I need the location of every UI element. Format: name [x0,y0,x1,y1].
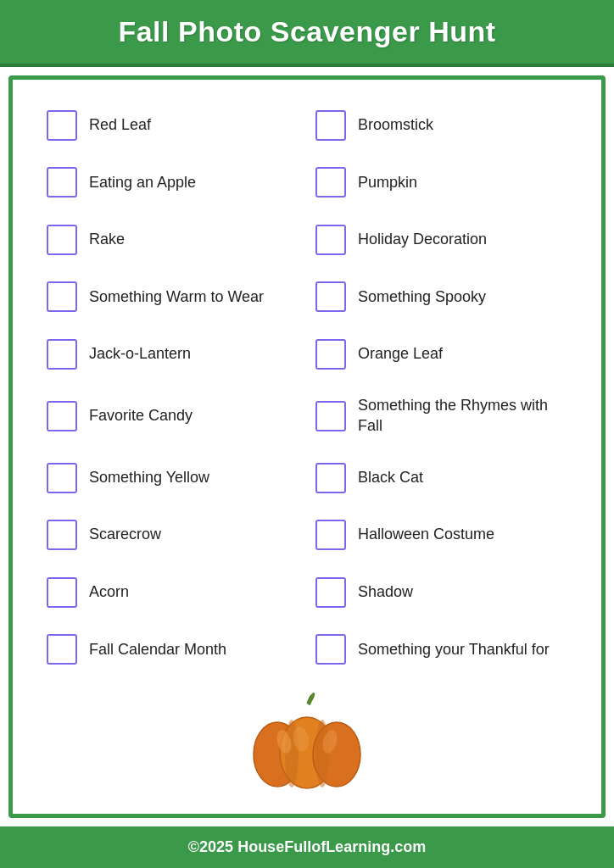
item-label: Favorite Candy [89,406,193,426]
list-item: Something your Thankful for [307,620,576,678]
checkbox[interactable] [315,281,346,312]
list-item: Pumpkin [307,154,576,212]
item-label: Red Leaf [89,115,151,135]
checkbox[interactable] [47,339,77,370]
list-item: Jack-o-Lantern [38,326,307,383]
list-item: Orange Leaf [307,326,576,383]
checkbox[interactable] [315,167,346,198]
list-item: Shadow [307,564,576,621]
item-label: Orange Leaf [358,344,443,364]
item-label: Something Yellow [89,468,209,487]
item-label: Something the Rhymes with Fall [358,396,567,436]
item-label: Jack-o-Lantern [89,344,191,364]
checkbox[interactable] [47,634,77,665]
checkbox[interactable] [315,225,346,255]
item-label: Black Cat [358,468,423,487]
checkbox[interactable] [47,225,77,255]
list-item: Broomstick [307,97,576,154]
list-item: Something Warm to Wear [38,269,307,326]
checkbox[interactable] [47,167,77,198]
checkbox[interactable] [315,634,346,665]
item-label: Halloween Costume [358,525,494,544]
item-label: Pumpkin [358,173,417,192]
list-item: Black Cat [307,449,576,507]
page-footer: ©2025 HouseFullofLearning.com [0,826,614,868]
item-label: Broomstick [358,115,433,135]
item-label: Something Warm to Wear [89,287,264,307]
checkbox[interactable] [315,339,346,370]
list-item: Scarecrow [38,506,307,564]
list-item: Acorn [38,564,307,621]
item-label: Scarecrow [89,525,161,544]
checkbox[interactable] [315,110,346,141]
item-label: Something your Thankful for [358,640,550,659]
checklist-grid: Red LeafBroomstickEating an ApplePumpkin… [38,97,576,678]
checkbox[interactable] [315,577,346,608]
checkbox[interactable] [47,463,77,493]
item-label: Shadow [358,582,413,602]
checkbox[interactable] [47,110,77,141]
checkbox[interactable] [47,577,77,608]
list-item: Something the Rhymes with Fall [307,383,576,449]
item-label: Holiday Decoration [358,230,487,249]
page-header: Fall Photo Scavenger Hunt [0,0,614,67]
checkbox[interactable] [47,520,77,550]
svg-point-4 [315,720,329,787]
list-item: Something Yellow [38,449,307,507]
page-title: Fall Photo Scavenger Hunt [17,15,597,48]
item-label: Acorn [89,582,129,602]
list-item: Something Spooky [307,269,576,326]
list-item: Red Leaf [38,97,307,154]
checkbox[interactable] [47,281,77,312]
list-item: Eating an Apple [38,154,307,212]
list-item: Halloween Costume [307,506,576,564]
checkbox[interactable] [315,401,346,431]
list-item: Fall Calendar Month [38,620,307,678]
item-label: Something Spooky [358,287,486,307]
copyright-text: ©2025 HouseFullofLearning.com [17,838,597,856]
checkbox[interactable] [47,401,77,431]
content-area: Red LeafBroomstickEating an ApplePumpkin… [8,75,606,818]
item-label: Rake [89,230,125,249]
list-item: Favorite Candy [38,383,307,449]
item-label: Eating an Apple [89,173,196,192]
checkbox[interactable] [315,520,346,550]
list-item: Holiday Decoration [307,211,576,269]
checkbox[interactable] [315,463,346,493]
item-label: Fall Calendar Month [89,640,226,659]
list-item: Rake [38,211,307,269]
pumpkin-icon [252,687,362,797]
pumpkin-decoration [38,678,576,805]
